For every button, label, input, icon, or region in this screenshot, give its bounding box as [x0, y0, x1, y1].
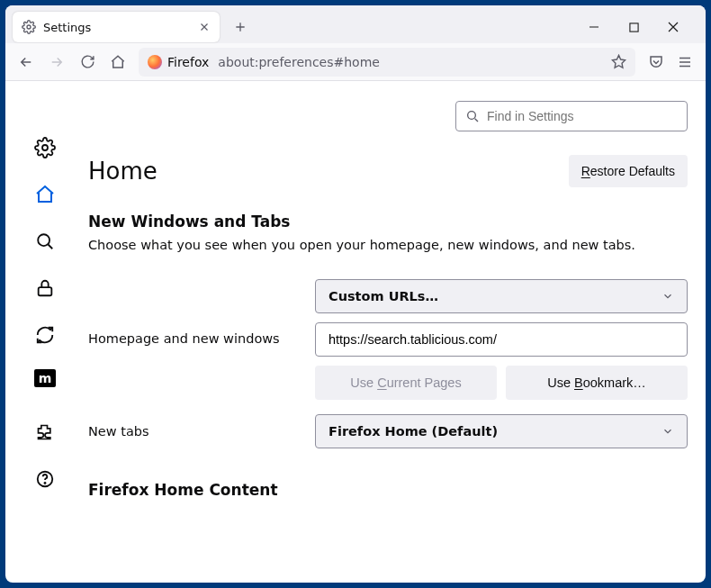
svg-rect-4	[39, 287, 52, 295]
sidebar-home[interactable]	[32, 182, 58, 207]
new-tab-button[interactable]	[227, 14, 254, 41]
toolbar-buttons	[644, 50, 697, 74]
gear-icon	[22, 20, 36, 34]
page-title: Home	[88, 158, 158, 185]
main-panel: Home Restore Defaults New Windows and Ta…	[85, 81, 706, 583]
tab-settings[interactable]: Settings	[13, 12, 220, 42]
use-current-pages-button[interactable]: Use Current Pages	[315, 366, 497, 400]
svg-point-0	[27, 25, 31, 29]
homepage-url-input[interactable]	[315, 322, 688, 357]
row-newtabs: New tabs Firefox Home (Default)	[88, 414, 688, 448]
home-button[interactable]	[106, 50, 130, 74]
svg-point-7	[468, 112, 476, 120]
url-text: about:preferences#home	[218, 55, 602, 69]
section-title: New Windows and Tabs	[88, 213, 688, 231]
content: m Home Restore Defaults New Windows and …	[5, 81, 706, 583]
sidebar-help[interactable]	[32, 466, 58, 492]
sidebar-general[interactable]	[32, 135, 58, 160]
back-button[interactable]	[14, 50, 38, 74]
firefox-window: Settings Firefox about:preferences#home	[5, 5, 706, 583]
close-icon[interactable]	[198, 21, 211, 33]
firefox-logo-icon	[148, 55, 162, 69]
minimize-button[interactable]	[583, 16, 605, 38]
close-window-button[interactable]	[662, 16, 684, 38]
homepage-label: Homepage and new windows	[88, 279, 297, 346]
menu-button[interactable]	[673, 50, 697, 74]
forward-button[interactable]	[45, 50, 68, 74]
toolbar: Firefox about:preferences#home	[5, 43, 706, 81]
search-icon	[465, 109, 480, 123]
svg-rect-1	[629, 23, 637, 31]
firefox-home-content-title: Firefox Home Content	[88, 481, 688, 499]
sidebar-more-extensions[interactable]: m	[34, 369, 56, 387]
settings-sidebar: m	[5, 81, 85, 583]
newtabs-label: New tabs	[88, 424, 297, 439]
sidebar-privacy[interactable]	[32, 276, 58, 301]
section-desc: Choose what you see when you open your h…	[88, 238, 688, 252]
svg-point-6	[44, 483, 45, 484]
reload-button[interactable]	[76, 50, 99, 74]
url-identity: Firefox	[148, 55, 209, 69]
homepage-select-value: Custom URLs…	[328, 289, 438, 303]
nav-buttons	[14, 50, 130, 74]
chevron-down-icon	[662, 425, 674, 438]
url-bar[interactable]: Firefox about:preferences#home	[139, 48, 635, 77]
section-new-windows-tabs: New Windows and Tabs Choose what you see…	[88, 213, 688, 499]
find-in-settings[interactable]	[455, 101, 688, 131]
window-controls	[583, 16, 698, 38]
chevron-down-icon	[662, 290, 674, 303]
homepage-url-field[interactable]	[328, 332, 674, 347]
plus-icon	[233, 20, 248, 34]
restore-defaults-button[interactable]: Restore Defaults	[569, 155, 688, 187]
svg-point-2	[42, 145, 48, 150]
newtabs-select-value: Firefox Home (Default)	[328, 424, 498, 439]
bookmark-star-icon[interactable]	[611, 54, 626, 69]
svg-point-3	[38, 234, 50, 246]
pocket-button[interactable]	[644, 50, 668, 74]
tab-label: Settings	[43, 21, 191, 34]
page-header: Home Restore Defaults	[88, 155, 688, 187]
sidebar-search[interactable]	[32, 229, 58, 254]
find-input[interactable]	[487, 109, 678, 123]
row-homepage: Homepage and new windows Custom URLs… Us…	[88, 279, 688, 400]
url-context: Firefox	[167, 55, 209, 69]
homepage-select[interactable]: Custom URLs…	[315, 279, 688, 313]
maximize-button[interactable]	[623, 16, 644, 38]
use-bookmark-button[interactable]: Use Bookmark…	[506, 366, 688, 400]
newtabs-select[interactable]: Firefox Home (Default)	[315, 414, 688, 448]
sidebar-sync[interactable]	[32, 322, 58, 348]
sidebar-extensions[interactable]	[32, 420, 58, 445]
tab-bar: Settings	[5, 5, 706, 43]
